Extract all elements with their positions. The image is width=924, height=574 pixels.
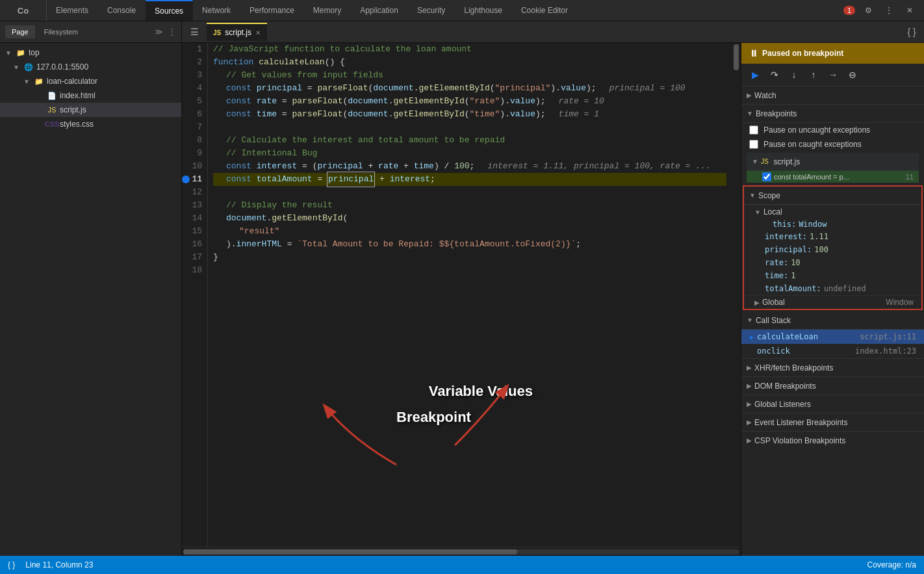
tab-sources[interactable]: Sources	[146, 0, 193, 21]
pause-uncaught-row: Pause on uncaught exceptions	[741, 123, 924, 137]
scope-var-name-time: time:	[765, 271, 788, 280]
tree-item-styles-css[interactable]: ▶ CSS styles.css	[0, 117, 181, 131]
tab-cookie-editor[interactable]: Cookie Editor	[512, 0, 578, 21]
xhr-fetch-breakpoints-header[interactable]: ▶ XHR/fetch Breakpoints	[741, 358, 924, 376]
tab-network[interactable]: Network	[193, 0, 240, 21]
step-into-btn[interactable]: ↓	[786, 66, 802, 83]
scope-var-val-this: Window	[799, 220, 827, 229]
local-subsection-header[interactable]: ▼ Local	[744, 205, 921, 218]
call-stack-section: ▼ Call Stack ◆ calculateLoan script.js:1…	[741, 311, 924, 358]
script-js-bp-section: ▼ JS script.js const totalAmount = p... …	[741, 151, 924, 184]
resume-btn[interactable]: ▶	[747, 66, 764, 83]
error-count-badge: 1	[843, 6, 855, 15]
pretty-print-btn[interactable]: { }	[903, 23, 920, 40]
tree-arrow-top: ▼	[5, 49, 13, 57]
sidebar-tab-bar: Page Filesystem ≫ ⋮	[0, 21, 181, 43]
vertical-scrollbar[interactable]	[732, 43, 741, 547]
watch-section-header[interactable]: ▶ Watch	[741, 86, 924, 105]
script-js-bp-filename: script.js	[774, 157, 801, 166]
csp-label: CSP Violation Breakpoints	[754, 436, 845, 445]
watch-label: Watch	[754, 91, 776, 100]
file-tab-script-js[interactable]: JS script.js ✕	[207, 23, 267, 41]
file-tab-bar: JS script.js ✕	[204, 22, 902, 42]
code-line-9: // Intentional Bug	[213, 147, 726, 160]
global-listeners-header[interactable]: ▶ Global Listeners	[741, 395, 924, 413]
tree-item-index-html[interactable]: ▶ 📄 index.html	[0, 88, 181, 103]
global-listeners-arrow-icon: ▶	[747, 400, 752, 408]
tab-elements[interactable]: Elements	[47, 0, 98, 21]
tree-item-script-js[interactable]: ▶ JS script.js	[0, 103, 181, 117]
sidebar-tab-page[interactable]: Page	[5, 25, 35, 38]
csp-violation-breakpoints-header[interactable]: ▶ CSP Violation Breakpoints	[741, 431, 924, 449]
global-val: Window	[886, 298, 914, 307]
pause-caught-label: Pause on caught exceptions	[764, 140, 862, 149]
scope-var-val-time: 1	[791, 271, 795, 280]
scope-var-principal: principal: 100	[744, 243, 921, 256]
horizontal-scrollbar[interactable]	[182, 547, 741, 556]
step-over-btn[interactable]: ↷	[766, 66, 783, 83]
sidebar-tab-filesystem[interactable]: Filesystem	[38, 25, 85, 38]
ln-9: 9	[185, 147, 202, 160]
tab-security[interactable]: Security	[408, 0, 455, 21]
ln-13: 13	[185, 199, 202, 212]
code-lines[interactable]: // JavaScript function to calculate the …	[208, 43, 732, 547]
ln-11[interactable]: 11	[185, 173, 202, 186]
watch-arrow-icon: ▶	[747, 92, 752, 99]
step-out-btn[interactable]: ↑	[805, 66, 822, 83]
app-logo: Co	[0, 0, 47, 21]
script-js-bp-header[interactable]: ▼ JS script.js	[747, 153, 919, 171]
call-stack-header[interactable]: ▼ Call Stack	[741, 311, 924, 330]
code-editor: 1 2 3 4 5 6 7 8 9 10 11 12 13 14	[182, 43, 741, 556]
pause-caught-checkbox[interactable]	[749, 140, 758, 149]
code-line-18	[213, 264, 726, 277]
code-line-12	[213, 186, 726, 199]
tree-label-top: top	[29, 48, 40, 57]
tree-label-loan-calculator: loan-calculator	[47, 77, 97, 86]
scope-section-header[interactable]: ▼ Scope	[744, 187, 921, 205]
tab-lighthouse[interactable]: Lighthouse	[455, 0, 512, 21]
code-line-3: // Get values from input fields	[213, 69, 726, 82]
code-area[interactable]: 1 2 3 4 5 6 7 8 9 10 11 12 13 14	[182, 43, 741, 547]
toggle-sidebar-btn[interactable]: ☰	[186, 23, 203, 40]
more-icon[interactable]: ⋮	[881, 3, 897, 18]
close-devtools-icon[interactable]: ✕	[902, 3, 918, 18]
sidebar-options-icon[interactable]: ⋮	[168, 27, 176, 36]
step-btn[interactable]: →	[825, 66, 841, 83]
breakpoints-section-header[interactable]: ▼ Breakpoints	[741, 105, 924, 123]
status-position: Line 11, Column 23	[25, 560, 93, 569]
tab-console[interactable]: Console	[98, 0, 146, 21]
cs-item-onclick[interactable]: ◆ onclick index.html:23	[741, 344, 924, 358]
tab-application[interactable]: Application	[351, 0, 408, 21]
tab-performance[interactable]: Performance	[240, 0, 304, 21]
ln-1: 1	[185, 43, 202, 56]
script-js-bp-item[interactable]: const totalAmount = p... 11	[747, 171, 919, 183]
bp-line-number: 11	[906, 173, 914, 181]
tree-item-folder-loan[interactable]: ▼ 📁 loan-calculator	[0, 74, 181, 88]
code-line-6: const time = parseFloat(document.getElem…	[213, 108, 726, 121]
tree-item-top[interactable]: ▼ 📁 top	[0, 46, 181, 60]
pause-caught-row: Pause on caught exceptions	[741, 137, 924, 151]
code-line-4: const principal = parseFloat(document.ge…	[213, 82, 726, 95]
dom-breakpoints-header[interactable]: ▶ DOM Breakpoints	[741, 376, 924, 395]
pause-uncaught-checkbox[interactable]	[749, 125, 758, 135]
file-tab-close-btn[interactable]: ✕	[255, 29, 261, 36]
deactivate-breakpoints-btn[interactable]: ⊖	[844, 66, 861, 83]
tree-item-server[interactable]: ▼ 🌐 127.0.0.1:5500	[0, 60, 181, 74]
tree-label-server: 127.0.0.1:5500	[36, 62, 88, 72]
h-scrollbar-thumb[interactable]	[183, 549, 517, 554]
event-listener-breakpoints-header[interactable]: ▶ Event Listener Breakpoints	[741, 413, 924, 431]
global-arrow-icon: ▶	[754, 299, 760, 306]
global-row[interactable]: ▶ Global Window	[744, 295, 921, 309]
script-js-bp-js-icon: JS	[761, 158, 769, 165]
global-label: Global	[762, 298, 785, 307]
tree-arrow-server: ▼	[13, 64, 21, 71]
right-debug-panel: ⏸ Paused on breakpoint ▶ ↷ ↓ ↑ → ⊖ ▶ Wat…	[741, 43, 924, 556]
sidebar-more-icon[interactable]: ≫	[155, 27, 163, 36]
cs-item-calculateLoan[interactable]: ◆ calculateLoan script.js:11	[741, 330, 924, 344]
settings-icon[interactable]: ⚙	[860, 3, 876, 18]
v-scrollbar-thumb[interactable]	[734, 44, 739, 70]
call-stack-arrow-icon: ▼	[747, 317, 753, 324]
bp-checkbox-11[interactable]	[762, 172, 771, 181]
scope-var-name-this: this:	[773, 220, 796, 229]
tab-memory[interactable]: Memory	[304, 0, 351, 21]
